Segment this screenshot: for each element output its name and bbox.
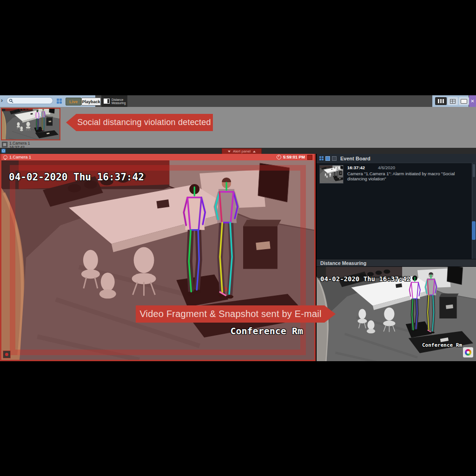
active-square-icon[interactable] [325,156,330,161]
grid-view-button[interactable] [448,97,458,105]
pin-icon[interactable] [3,155,7,159]
collapse-icon [228,151,231,152]
close-button[interactable]: ✕ [469,95,476,107]
dm-osd-location: Conference Rm [422,342,462,348]
dots-grid-icon[interactable] [319,156,324,160]
top-toolbar: › Live Playback Distance Measuring ✕ [0,95,476,107]
layouts-grid-icon[interactable] [57,99,62,104]
monitor-view-button[interactable] [459,97,469,105]
email-callout: Video Fragment & Snapshot sent by E-mail [136,305,336,323]
event-thumbnail[interactable] [319,165,344,184]
main-view-clock: 5:59:01 PM [283,155,305,159]
main-osd-timestamp: 04-02-2020 Thu 16:37:42 [9,172,144,183]
dm-osd-timestamp: 04-02-2020 Thu 16:37:42 [320,275,410,283]
right-panel: Event Board 16:37:42 4/6/2020 Camera "1.… [317,154,476,361]
camera-thumbnail[interactable] [1,108,60,140]
live-button[interactable]: Live [66,98,81,106]
event-description: Camera "1.Camera 1": Alarm initiated by … [347,171,463,181]
alarm-bell-icon [5,353,8,356]
alarm-indicator-button[interactable] [307,155,312,160]
search-icon [9,99,13,103]
event-list-scrollbar[interactable] [472,163,476,259]
columns-view-button[interactable] [435,97,447,105]
main-video-area[interactable]: 04-02-2020 Thu 16:37:42 Conference Rm [1,160,314,360]
main-osd-location: Conference Rm [230,325,303,337]
distance-measuring-header[interactable]: Distance Measuring [317,259,476,267]
search-input[interactable] [13,98,53,104]
main-view-title: 1.Camera 1 [9,155,31,159]
event-list[interactable]: 16:37:42 4/6/2020 Camera "1.Camera 1": A… [317,163,476,259]
event-date: 4/6/2020 [378,165,395,170]
panel-expand-chevron[interactable]: › [1,97,3,104]
chevron-up-icon [253,151,256,152]
scrollbar-thumb[interactable] [473,164,475,177]
layout-icon [104,99,110,104]
alarm-bell-button[interactable] [3,350,11,358]
event-time: 16:37:42 [347,165,365,170]
tab-distance-measuring[interactable]: Distance Measuring [101,95,127,107]
distance-measuring-video[interactable]: 04-02-2020 Thu 16:37:42 Conference Rm [317,267,476,361]
inactive-square-icon[interactable] [332,156,337,161]
clock-icon [277,155,281,159]
search-box[interactable] [7,97,53,104]
event-board-title: Event Board [340,156,370,161]
main-camera-view[interactable]: 1.Camera 1 5:59:01 PM 04-02-2020 Thu 16:… [0,154,316,361]
event-row[interactable]: 16:37:42 4/6/2020 Camera "1.Camera 1": A… [319,165,469,184]
playback-button[interactable]: Playback [81,98,101,106]
fisheye-control-icon[interactable] [463,347,473,357]
view-icon[interactable] [1,149,6,153]
violation-callout: Social distancing violation detected [66,114,213,131]
main-view-titlebar: 1.Camera 1 5:59:01 PM [1,154,314,160]
camera-list-strip: 1.Camera 1 16:37:42 [0,107,476,149]
event-board-header: Event Board [317,154,476,163]
collapsed-panel-tab[interactable] [472,221,476,240]
camera-icon [2,142,7,147]
